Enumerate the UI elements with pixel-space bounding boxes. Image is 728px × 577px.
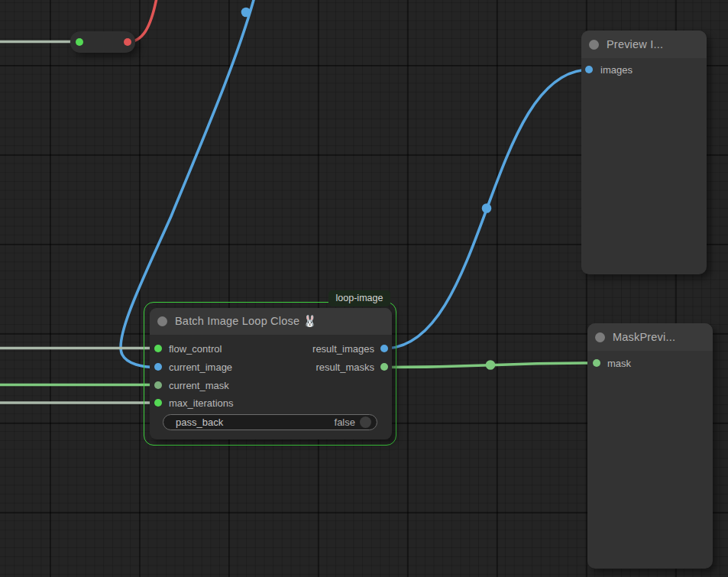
slot-current-mask: current_mask (154, 376, 229, 394)
collapse-toggle-icon[interactable] (157, 316, 167, 326)
link-midpoint-dot[interactable] (486, 360, 496, 370)
widget-label: pass_back (176, 417, 335, 428)
output-port[interactable] (124, 38, 131, 46)
node-editor-canvas[interactable]: loop-image Batch Image Loop Close 🐰 flow… (0, 0, 728, 577)
slot-label: current_image (169, 361, 232, 373)
input-port-current-mask[interactable] (154, 381, 162, 389)
slot-images: images (585, 60, 633, 79)
toggle-knob[interactable] (360, 417, 371, 428)
link-midpoint-dot[interactable] (241, 8, 251, 18)
node-mask-preview[interactable]: MaskPrevi... mask (587, 323, 713, 569)
slot-current-image: current_image (154, 358, 232, 376)
node-title: Batch Image Loop Close 🐰 (175, 315, 317, 328)
node-title-badge: loop-image (328, 290, 390, 306)
widget-pass-back-toggle[interactable]: pass_back false (163, 414, 377, 430)
slot-max-iterations: max_iterations (154, 394, 234, 412)
collapsed-node[interactable] (70, 31, 135, 53)
slot-mask: mask (593, 354, 631, 372)
collapse-toggle-icon[interactable] (595, 332, 605, 342)
node-preview-image[interactable]: Preview I... images (581, 31, 707, 274)
input-port-flow-control[interactable] (154, 345, 162, 352)
slot-label: images (600, 64, 633, 76)
input-port-max-iterations[interactable] (154, 399, 162, 407)
input-port-images[interactable] (585, 66, 593, 73)
link-midpoint-dot[interactable] (482, 203, 492, 213)
slot-label: current_mask (169, 380, 229, 391)
slot-label: result_images (312, 343, 374, 355)
node-header[interactable]: MaskPrevi... (587, 323, 713, 351)
collapse-toggle-icon[interactable] (589, 40, 599, 50)
output-port-result-masks[interactable] (380, 363, 388, 371)
node-title: MaskPrevi... (613, 331, 675, 343)
slot-result-images: result_images (312, 339, 388, 358)
slot-label: mask (607, 358, 631, 369)
input-port-current-image[interactable] (154, 363, 162, 371)
node-title: Preview I... (607, 38, 663, 50)
slot-label: flow_control (169, 343, 222, 355)
slot-flow-control: flow_control (154, 339, 222, 358)
output-port-result-images[interactable] (380, 345, 388, 352)
input-port[interactable] (76, 38, 83, 46)
node-header[interactable]: Batch Image Loop Close 🐰 (150, 308, 392, 335)
slot-label: result_masks (315, 361, 374, 373)
slot-label: max_iterations (169, 397, 234, 409)
node-batch-image-loop-close[interactable]: Batch Image Loop Close 🐰 flow_control cu… (150, 308, 392, 439)
input-port-mask[interactable] (593, 359, 600, 367)
node-header[interactable]: Preview I... (581, 31, 707, 58)
widget-value: false (335, 417, 355, 428)
slot-result-masks: result_masks (315, 358, 388, 376)
